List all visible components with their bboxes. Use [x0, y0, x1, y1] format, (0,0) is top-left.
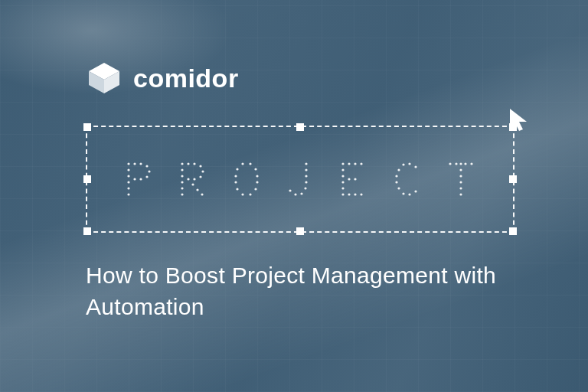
svg-point-9	[127, 193, 129, 195]
svg-point-21	[181, 187, 183, 189]
svg-point-37	[241, 193, 243, 195]
selection-placeholder-word	[87, 162, 513, 197]
svg-point-29	[187, 178, 189, 180]
svg-point-35	[234, 181, 237, 183]
svg-point-38	[249, 193, 251, 195]
svg-point-75	[408, 193, 410, 195]
dotted-letter	[394, 162, 420, 197]
svg-point-62	[348, 178, 350, 180]
svg-point-57	[341, 187, 344, 189]
headline-text: How to Boost Project Management with Aut…	[86, 260, 514, 322]
svg-point-25	[199, 165, 201, 167]
svg-point-67	[414, 165, 416, 168]
svg-point-53	[341, 162, 344, 165]
svg-point-32	[201, 193, 203, 195]
dotted-letter	[287, 162, 313, 197]
svg-point-48	[305, 181, 307, 183]
cursor-arrow-icon	[507, 107, 533, 133]
svg-point-86	[459, 193, 462, 195]
svg-point-22	[181, 193, 183, 195]
logo-cube-icon	[86, 61, 122, 95]
svg-point-74	[402, 192, 404, 194]
svg-point-15	[139, 178, 142, 180]
svg-point-31	[196, 188, 198, 191]
dotted-letter	[180, 162, 206, 197]
svg-point-68	[408, 162, 410, 165]
svg-point-72	[395, 181, 397, 183]
svg-point-71	[395, 175, 397, 177]
selection-rectangle	[86, 126, 514, 233]
svg-point-64	[348, 193, 350, 195]
svg-point-78	[455, 162, 457, 165]
svg-point-39	[254, 188, 256, 190]
svg-point-54	[341, 168, 344, 171]
svg-point-44	[241, 162, 243, 165]
svg-point-43	[249, 162, 251, 165]
svg-point-55	[341, 175, 344, 177]
resize-handle-bottom-left[interactable]	[83, 227, 91, 235]
svg-point-81	[470, 162, 472, 165]
svg-marker-3	[510, 109, 527, 131]
svg-point-59	[348, 162, 350, 165]
svg-point-52	[289, 189, 291, 191]
promo-banner: comidor	[0, 0, 588, 392]
svg-point-50	[300, 192, 302, 194]
svg-point-18	[181, 168, 183, 171]
svg-point-47	[305, 175, 307, 177]
svg-point-83	[459, 175, 462, 177]
svg-point-16	[133, 178, 136, 180]
svg-point-82	[459, 168, 462, 171]
svg-point-30	[191, 183, 194, 185]
svg-point-10	[133, 162, 136, 165]
svg-point-14	[145, 175, 148, 178]
svg-point-79	[459, 162, 462, 165]
svg-point-20	[181, 181, 183, 183]
svg-point-49	[304, 187, 306, 189]
svg-point-36	[236, 188, 238, 190]
svg-point-7	[127, 181, 129, 183]
svg-point-23	[187, 162, 189, 165]
svg-point-13	[148, 170, 150, 172]
svg-point-69	[402, 163, 404, 165]
svg-point-51	[294, 193, 296, 195]
svg-point-60	[354, 162, 356, 165]
svg-point-45	[305, 162, 307, 165]
svg-point-17	[181, 162, 183, 165]
svg-point-56	[341, 181, 344, 183]
svg-point-42	[254, 168, 256, 170]
svg-point-27	[199, 175, 201, 178]
resize-handle-bottom-right[interactable]	[509, 227, 517, 235]
svg-point-63	[354, 178, 356, 180]
svg-point-11	[139, 162, 142, 165]
resize-handle-bottom-mid[interactable]	[296, 227, 304, 235]
dotted-letter	[126, 162, 152, 197]
svg-point-41	[256, 175, 258, 177]
resize-handle-top-mid[interactable]	[296, 123, 304, 131]
svg-point-5	[127, 168, 129, 171]
svg-point-8	[127, 187, 129, 189]
svg-point-85	[459, 187, 462, 189]
svg-point-26	[201, 170, 204, 172]
svg-point-46	[305, 168, 307, 171]
svg-point-33	[236, 168, 238, 170]
svg-point-40	[256, 181, 258, 183]
dotted-letter	[341, 162, 367, 197]
svg-point-70	[397, 168, 400, 171]
svg-point-12	[145, 165, 148, 167]
svg-point-24	[193, 162, 195, 165]
svg-point-58	[341, 193, 344, 195]
svg-point-6	[127, 175, 129, 177]
brand-logo: comidor	[86, 61, 239, 95]
dotted-letter	[234, 162, 260, 197]
brand-name: comidor	[133, 64, 239, 93]
resize-handle-top-left[interactable]	[83, 123, 91, 131]
svg-point-19	[181, 175, 183, 177]
svg-point-84	[459, 181, 462, 183]
svg-point-66	[360, 193, 362, 195]
svg-point-65	[354, 193, 356, 195]
dotted-letter	[448, 162, 474, 197]
svg-point-61	[360, 162, 362, 165]
svg-point-77	[449, 162, 451, 165]
svg-point-80	[464, 162, 466, 165]
svg-point-28	[193, 178, 195, 180]
